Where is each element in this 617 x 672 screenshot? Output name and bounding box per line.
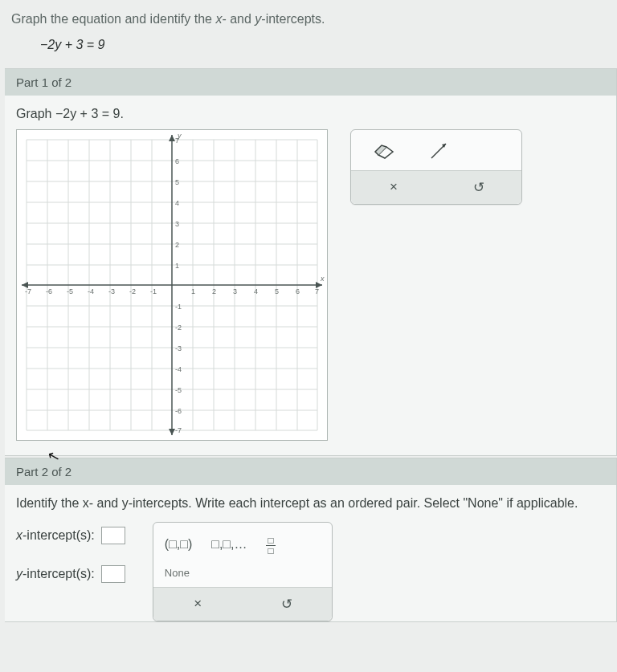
- line-tool-icon[interactable]: [425, 140, 452, 162]
- svg-text:-4: -4: [175, 365, 182, 373]
- svg-marker-32: [169, 135, 175, 141]
- fraction-button[interactable]: □□: [266, 532, 275, 556]
- x-intercept-input[interactable]: [101, 527, 125, 544]
- part-1: Part 1 of 2 Graph −2y + 3 = 9.: [5, 68, 617, 456]
- part-1-header: Part 1 of 2: [5, 69, 616, 96]
- svg-text:2: 2: [212, 287, 216, 295]
- svg-text:4: 4: [254, 287, 258, 295]
- clear-graph-button[interactable]: ×: [351, 171, 436, 204]
- svg-text:-6: -6: [46, 287, 52, 295]
- svg-text:6: 6: [296, 287, 300, 295]
- svg-text:y: y: [177, 132, 182, 140]
- svg-text:-3: -3: [108, 287, 115, 295]
- svg-text:-2: -2: [129, 287, 136, 295]
- svg-text:6: 6: [175, 157, 179, 165]
- input-palette: (□,□) □,□,… □□ None × ↺: [153, 522, 333, 621]
- svg-text:3: 3: [233, 287, 237, 295]
- svg-text:x: x: [320, 275, 325, 283]
- svg-text:2: 2: [175, 241, 179, 249]
- reset-graph-button[interactable]: ↺: [436, 171, 521, 204]
- svg-text:-2: -2: [175, 324, 182, 332]
- part-2-header: Part 2 of 2: [5, 458, 616, 485]
- part-2: ↖ Part 2 of 2 Identify the x- and y-inte…: [5, 458, 617, 622]
- svg-text:-7: -7: [25, 287, 31, 295]
- svg-text:4: 4: [175, 199, 179, 207]
- svg-marker-33: [169, 429, 175, 435]
- svg-text:-5: -5: [67, 287, 73, 295]
- svg-text:-7: -7: [175, 426, 182, 434]
- graph-canvas[interactable]: -7 -6 -5 -4 -3 -2 -1 1 2 3 4 5 6 7 7 6: [16, 129, 328, 441]
- graph-toolbox: × ↺: [350, 129, 522, 205]
- svg-text:-3: -3: [175, 344, 182, 352]
- question-prompt: Graph the equation and identify the x- a…: [11, 12, 606, 26]
- ordered-pair-button[interactable]: (□,□): [165, 537, 192, 552]
- svg-text:3: 3: [175, 220, 179, 228]
- svg-text:-4: -4: [88, 287, 94, 295]
- svg-text:5: 5: [275, 287, 279, 295]
- part-2-prompt: Identify the x- and y-intercepts. Write …: [16, 496, 607, 511]
- svg-text:1: 1: [191, 287, 195, 295]
- list-button[interactable]: □,□,…: [211, 537, 247, 552]
- eraser-icon[interactable]: [370, 140, 398, 162]
- svg-text:-1: -1: [150, 287, 157, 295]
- question-equation: −2y + 3 = 9: [11, 26, 606, 52]
- svg-text:-6: -6: [175, 407, 182, 415]
- svg-text:5: 5: [175, 178, 179, 186]
- y-intercept-label: y-intercept(s):: [16, 567, 95, 581]
- none-button[interactable]: None: [165, 567, 190, 579]
- svg-text:1: 1: [175, 262, 179, 270]
- reset-input-button[interactable]: ↺: [243, 588, 332, 621]
- clear-input-button[interactable]: ×: [153, 588, 243, 621]
- x-intercept-label: x-intercept(s):: [16, 528, 95, 543]
- svg-text:7: 7: [315, 287, 319, 295]
- y-intercept-input[interactable]: [101, 565, 125, 583]
- svg-text:-1: -1: [175, 303, 182, 311]
- svg-text:-5: -5: [175, 386, 182, 394]
- part-1-subprompt: Graph −2y + 3 = 9.: [16, 107, 607, 121]
